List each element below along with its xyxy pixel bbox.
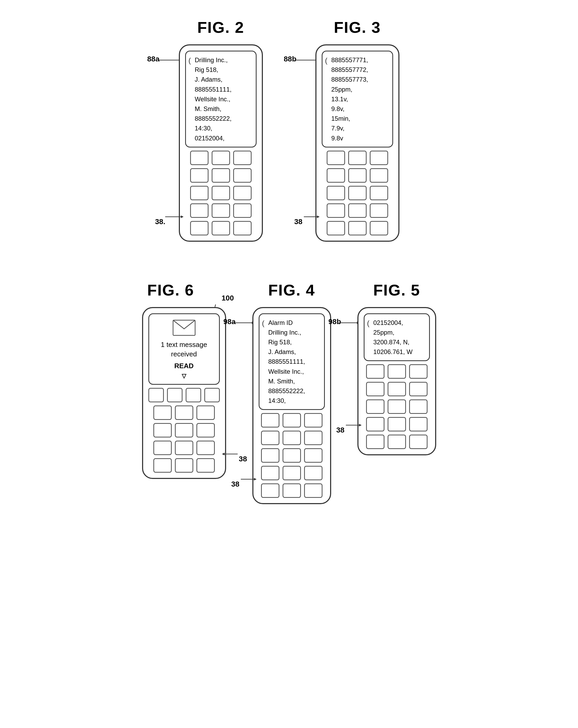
fig3-container: FIG. 3 88b ( 8885557771,8885557772,88855… (316, 18, 399, 242)
fig4-key[interactable] (282, 448, 301, 463)
fig3-key[interactable] (348, 186, 367, 200)
fig2-key[interactable] (212, 203, 230, 218)
svg-marker-3 (181, 215, 183, 218)
fig4-key[interactable] (282, 466, 301, 480)
fig5-key[interactable] (366, 417, 384, 432)
fig2-arrow-88a (158, 57, 181, 66)
fig3-key[interactable] (348, 168, 367, 183)
fig3-key[interactable] (370, 203, 388, 218)
fig2-key[interactable] (190, 203, 208, 218)
fig5-arrow-38 (346, 423, 361, 430)
fig2-key[interactable] (233, 168, 252, 183)
fig5-key[interactable] (409, 382, 428, 396)
fig6-key[interactable] (196, 406, 215, 420)
fig2-keypad-row3 (185, 186, 256, 200)
fig6-key[interactable] (153, 406, 172, 420)
fig6-key[interactable] (153, 441, 172, 455)
fig2-screen: ( Drilling Inc.,Rig 518,J. Adams,8885551… (185, 51, 256, 148)
fig2-key[interactable] (212, 168, 230, 183)
fig6-key[interactable] (196, 441, 215, 455)
fig3-key[interactable] (327, 186, 345, 200)
fig6-key[interactable] (196, 423, 215, 438)
fig6-label-38: 38 (239, 455, 247, 463)
fig3-key[interactable] (348, 203, 367, 218)
fig6-key[interactable] (196, 458, 215, 473)
fig3-key[interactable] (348, 151, 367, 165)
fig4-key[interactable] (304, 413, 323, 427)
svg-marker-16 (254, 478, 256, 480)
fig4-arrow-98a (233, 320, 254, 328)
fig6-key[interactable] (186, 388, 201, 402)
fig5-key[interactable] (366, 382, 384, 396)
fig3-key[interactable] (370, 151, 388, 165)
fig3-key[interactable] (348, 221, 367, 235)
svg-marker-7 (317, 215, 320, 218)
fig4-key[interactable] (304, 484, 323, 498)
fig4-key[interactable] (304, 431, 323, 445)
fig2-key[interactable] (233, 203, 252, 218)
fig3-keypad-row1 (322, 151, 393, 165)
fig3-key[interactable] (327, 221, 345, 235)
fig6-key[interactable] (175, 423, 193, 438)
fig2-key[interactable] (212, 186, 230, 200)
fig4-key[interactable] (261, 413, 279, 427)
fig2-key[interactable] (212, 151, 230, 165)
fig2-container: FIG. 2 88a ( Drilling Inc.,Rig 518,J. Ad… (179, 18, 263, 242)
fig2-key[interactable] (233, 221, 252, 235)
fig6-key[interactable] (153, 423, 172, 438)
fig5-key[interactable] (366, 364, 384, 379)
fig3-key[interactable] (327, 168, 345, 183)
fig6-key[interactable] (167, 388, 182, 402)
fig6-key[interactable] (153, 458, 172, 473)
fig5-key[interactable] (366, 399, 384, 414)
fig5-key[interactable] (387, 399, 406, 414)
fig5-key[interactable] (409, 435, 428, 449)
fig6-message: 1 text messagereceived (161, 340, 207, 359)
fig4-key[interactable] (282, 484, 301, 498)
fig6-key[interactable] (204, 388, 220, 402)
fig2-key[interactable] (233, 151, 252, 165)
fig6-read-arrow-icon: ▽ (182, 372, 186, 380)
fig5-key[interactable] (387, 364, 406, 379)
fig4-key[interactable] (261, 431, 279, 445)
fig4-screen-text: Alarm IDDrilling Inc.,Rig 518,J. Adams,8… (263, 318, 320, 406)
fig4-key[interactable] (261, 484, 279, 498)
fig2-key[interactable] (233, 186, 252, 200)
fig2-title: FIG. 2 (197, 18, 244, 36)
fig4-key[interactable] (282, 413, 301, 427)
fig4-key[interactable] (261, 448, 279, 463)
fig3-key[interactable] (327, 151, 345, 165)
fig5-keypad-row1 (364, 364, 430, 379)
fig5-key[interactable] (387, 435, 406, 449)
fig4-key[interactable] (282, 431, 301, 445)
fig4-key[interactable] (304, 448, 323, 463)
fig4-key[interactable] (261, 466, 279, 480)
fig3-key[interactable] (370, 186, 388, 200)
fig5-keypad-row5 (364, 435, 430, 449)
fig5-key[interactable] (409, 364, 428, 379)
fig5-key[interactable] (387, 382, 406, 396)
fig5-key[interactable] (366, 435, 384, 449)
fig6-phone: 1 text messagereceived READ ▽ (142, 307, 226, 479)
fig3-key[interactable] (370, 168, 388, 183)
fig5-key[interactable] (409, 399, 428, 414)
fig2-key[interactable] (190, 168, 208, 183)
fig2-key[interactable] (190, 221, 208, 235)
fig2-key[interactable] (190, 186, 208, 200)
fig3-key[interactable] (370, 221, 388, 235)
fig5-label-38: 38 (336, 426, 345, 434)
fig6-key[interactable] (175, 406, 193, 420)
fig4-keypad-row3 (259, 448, 325, 463)
fig6-key[interactable] (175, 441, 193, 455)
fig6-read-button[interactable]: READ ▽ (174, 361, 194, 380)
fig6-title: FIG. 6 (147, 281, 194, 299)
fig2-key[interactable] (212, 221, 230, 235)
fig3-key[interactable] (327, 203, 345, 218)
fig4-key[interactable] (304, 466, 323, 480)
fig5-key[interactable] (387, 417, 406, 432)
fig6-container: FIG. 6 100 1 text mess (142, 281, 226, 504)
fig6-key[interactable] (148, 388, 164, 402)
fig6-key[interactable] (175, 458, 193, 473)
fig5-key[interactable] (409, 417, 428, 432)
fig2-key[interactable] (190, 151, 208, 165)
